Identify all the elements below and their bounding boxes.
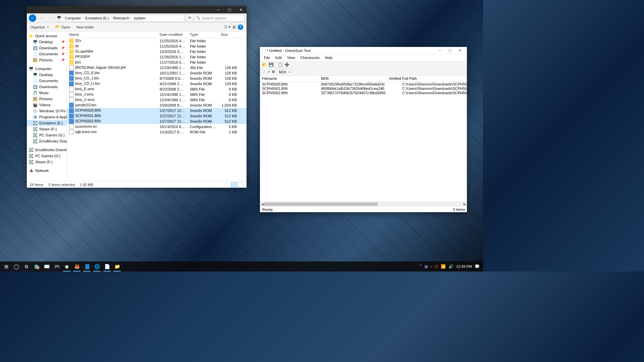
file-row[interactable]: SCPH5502.BIN1/27/2017 12:39 PMSnes9x ROM… xyxy=(67,119,247,124)
nav-item[interactable]: 💽Emulators (E:) xyxy=(27,120,67,126)
save-icon[interactable]: 💾 xyxy=(268,62,274,68)
hash-select[interactable]: MD5 xyxy=(276,69,291,75)
search-input[interactable]: 🔍Search system xyxy=(194,15,245,21)
gear-icon[interactable]: ⚙ xyxy=(272,70,275,74)
file-row[interactable]: bios_CD_E.bin10/11/2001 1:22 PMSnes9x RO… xyxy=(67,70,247,76)
nav-item[interactable]: 🖥️Computer xyxy=(27,66,67,72)
breadcrumb[interactable]: 🖥️ ›Computer ›Emulators (E:) ›Retroarch … xyxy=(55,15,185,21)
close-button[interactable]: ✕ xyxy=(235,6,247,13)
col-date[interactable]: Date modified xyxy=(158,32,188,38)
col-filename[interactable]: Filename xyxy=(260,76,319,81)
new-folder-button[interactable]: New folder xyxy=(76,25,94,29)
explorer-taskbar-icon[interactable]: 📁 xyxy=(112,261,122,272)
nav-item[interactable]: 🖥️Desktop xyxy=(27,72,67,78)
add-icon[interactable]: ➕ xyxy=(284,62,290,68)
nav-item[interactable]: ⬇️Downloads xyxy=(27,84,67,90)
file-row[interactable]: sgb.boot.rom1/13/2017 6:54 PMROM File1 K… xyxy=(67,129,247,135)
check-icon[interactable]: ✔ xyxy=(267,70,270,74)
help-button[interactable]: ? xyxy=(238,24,243,30)
breadcrumb-seg[interactable]: Computer xyxy=(64,16,82,20)
file-row[interactable]: SCPH5501.BIN1/27/2017 12:39 PMSnes9x ROM… xyxy=(67,113,247,119)
nav-item[interactable]: 💽Steam (F:) xyxy=(27,159,67,165)
scroll-thumb[interactable] xyxy=(264,202,378,206)
question-icon[interactable]: ❔ xyxy=(261,70,266,74)
file-row[interactable]: panafz10.bin2/20/2009 9:31 AMSnes9x ROM1… xyxy=(67,103,247,108)
nav-item[interactable]: 🖼️Pictures📌 xyxy=(27,57,67,63)
details-view-button[interactable] xyxy=(231,182,237,187)
tray-gmail-icon[interactable]: M xyxy=(435,264,438,269)
menu-file[interactable]: File xyxy=(261,55,273,60)
tray-volume-icon[interactable]: 🔊 xyxy=(448,264,453,269)
task-view-button[interactable]: ⧉ xyxy=(21,261,32,272)
checksum-columns[interactable]: Filename MD5 Verified Full Path xyxy=(260,76,467,82)
open-icon[interactable]: 📂 xyxy=(261,62,267,68)
checksum-titlebar[interactable]: ⬚ * Untitled - CheckSum Tool ─ ▢ ✕ xyxy=(260,47,467,54)
file-row[interactable]: bios_CD_U.bin4/21/1998 2:57 AMSnes9x ROM… xyxy=(67,81,247,86)
col-name[interactable]: Name xyxy=(67,32,158,38)
explorer-titlebar[interactable]: ─ ▢ ✕ xyxy=(27,6,247,13)
forward-button[interactable]: → xyxy=(38,14,45,22)
nav-item[interactable]: 🖧Network xyxy=(27,168,67,174)
menu-view[interactable]: View xyxy=(284,55,298,60)
organize-menu[interactable]: Organize ▼ xyxy=(30,25,49,29)
checksum-row[interactable]: SCPH5501.BIN490f666e1afb15b7362b406ed1ce… xyxy=(260,86,467,90)
checksum-list[interactable]: Filename MD5 Verified Full Path SCPH5500… xyxy=(260,76,467,201)
nav-item[interactable]: 💽Steam (F:) xyxy=(27,126,67,132)
nav-item[interactable]: 📄Documents xyxy=(27,78,67,84)
nav-item[interactable]: 🖥️Desktop📌 xyxy=(27,39,67,45)
nav-item[interactable]: ⚙️Programs & Applica xyxy=(27,114,67,120)
file-row[interactable]: bios_U.sms12/24/1996 11:32 ...SMS File8 … xyxy=(67,97,247,103)
nav-item[interactable]: 💽EmuMovies Downloa xyxy=(27,147,67,153)
nav-item[interactable]: 🖼️Pictures xyxy=(27,96,67,102)
back-button[interactable]: ← xyxy=(29,14,36,22)
taskbar[interactable]: ⊞ ◯ ⧉ 🛍️ ✉️ 🎮 ◉ 🦊 📘 🌐 📄 📁 ˄ ▣ ▪ M 📶 🔊 12… xyxy=(0,261,483,272)
file-row[interactable]: ps111/27/2016 5:45 PMFile folder xyxy=(67,60,247,65)
store-icon[interactable]: 🛍️ xyxy=(32,261,42,272)
xbox-icon[interactable]: 🎮 xyxy=(52,261,62,272)
checksum-row[interactable]: SCPH5500.BIN8dd7d5296a650fac7319bce665a6… xyxy=(260,82,467,86)
maximize-button[interactable]: ▢ xyxy=(224,6,235,13)
up-button[interactable]: ↑ xyxy=(46,14,54,22)
file-row[interactable]: GLupeN6412/3/2016 3:00 AMFile folder xyxy=(67,49,247,54)
system-tray[interactable]: ˄ ▣ ▪ M 📶 🔊 12:49 PM 💬 xyxy=(420,264,482,269)
nav-item[interactable]: 💽PC Games (G:) xyxy=(27,153,67,159)
open-button[interactable]: 📂Open xyxy=(55,25,70,29)
copy-icon[interactable]: 📋 xyxy=(277,62,283,68)
firefox-icon[interactable]: 🦊 xyxy=(72,261,82,272)
nav-item[interactable]: 💽EmuMovies Downlo xyxy=(27,138,67,144)
breadcrumb-seg[interactable]: Retroarch xyxy=(112,16,130,20)
clock[interactable]: 12:49 PM xyxy=(456,264,472,268)
minimize-button[interactable]: ─ xyxy=(435,47,445,54)
col-verified[interactable]: Verified xyxy=(387,76,400,81)
file-row[interactable]: dc11/25/2016 4:38 PMFile folder xyxy=(67,44,247,49)
col-size[interactable]: Size xyxy=(219,32,239,38)
menu-checksums[interactable]: Checksums xyxy=(298,55,322,60)
chrome-icon[interactable]: 🌐 xyxy=(92,261,102,272)
nav-item[interactable]: 📄Documents📌 xyxy=(27,51,67,57)
scroll-right-icon[interactable]: ▶ xyxy=(462,202,467,206)
tray-chevron-icon[interactable]: ˄ xyxy=(420,264,422,269)
column-headers[interactable]: Name Date modified Type Size xyxy=(67,32,247,38)
file-row[interactable]: bios_CD_J.bin8/7/2000 6:06 PMSnes9x ROM1… xyxy=(67,76,247,81)
nav-item[interactable]: 🎵Music xyxy=(27,90,67,96)
preview-icon[interactable]: ▥ xyxy=(232,25,236,29)
view-icon[interactable]: ☷ ▾ xyxy=(224,25,230,29)
nav-item[interactable]: 💽PC Games (G:) xyxy=(27,132,67,138)
nav-item[interactable]: ⬇️Downloads📌 xyxy=(27,45,67,51)
col-fullpath[interactable]: Full Path xyxy=(400,76,467,81)
tray-network-icon[interactable]: 📶 xyxy=(441,264,446,269)
nav-item[interactable]: ⭐Quick access xyxy=(27,33,67,39)
start-button[interactable]: ⊞ xyxy=(1,261,11,272)
menu-help[interactable]: Help xyxy=(322,55,335,60)
minimize-button[interactable]: ─ xyxy=(212,6,224,13)
mail-icon[interactable]: ✉️ xyxy=(42,261,52,272)
checksum-row[interactable]: SCPH5502.BIN32736f17079d0b2b7024407c39bd… xyxy=(260,90,467,95)
file-row[interactable]: SCPH5500.BIN1/27/2017 12:39 PMSnes9x ROM… xyxy=(67,108,247,113)
file-row[interactable]: bios_E.sms8/22/2008 2:30 AMSMS File8 KB xyxy=(67,86,247,92)
file-row[interactable]: bios_J.sms12/24/1996 11:32 ...SMS File8 … xyxy=(67,92,247,97)
file-row[interactable]: PPSSPP11/26/2016 12:27 ...File folder xyxy=(67,54,247,60)
col-md5[interactable]: MD5 xyxy=(319,76,387,81)
navigation-pane[interactable]: ⭐Quick access🖥️Desktop📌⬇️Downloads📌📄Docu… xyxy=(27,32,67,181)
icons-view-button[interactable] xyxy=(238,182,244,187)
tray-app-icon[interactable]: ▣ xyxy=(424,264,428,269)
